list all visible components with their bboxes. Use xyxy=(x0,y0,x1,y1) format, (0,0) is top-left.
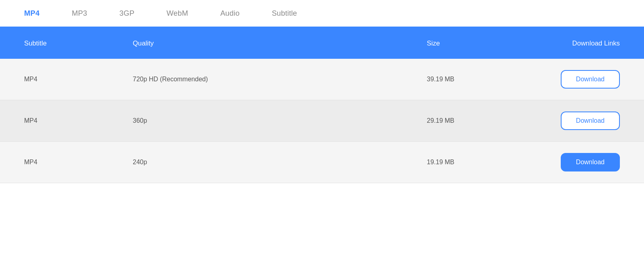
download-button[interactable]: Download xyxy=(561,153,620,171)
table-row: MP4720p HD (Recommended)39.19 MBDownload xyxy=(0,59,644,100)
download-button[interactable]: Download xyxy=(561,112,620,130)
table-header: Subtitle Quality Size Download Links xyxy=(0,28,644,59)
cell-size: 19.19 MB xyxy=(427,159,507,166)
cell-subtitle: MP4 xyxy=(24,76,133,83)
header-subtitle: Subtitle xyxy=(24,39,133,47)
cell-quality: 720p HD (Recommended) xyxy=(133,76,427,83)
header-size: Size xyxy=(427,39,507,47)
table-body: MP4720p HD (Recommended)39.19 MBDownload… xyxy=(0,59,644,183)
table-row: MP4360p29.19 MBDownload xyxy=(0,100,644,142)
tab-subtitle[interactable]: Subtitle xyxy=(256,0,313,27)
cell-download: Download xyxy=(507,70,620,89)
cell-download: Download xyxy=(507,153,620,171)
cell-quality: 240p xyxy=(133,159,427,166)
tab-mp4[interactable]: MP4 xyxy=(8,0,56,27)
cell-quality: 360p xyxy=(133,117,427,124)
cell-download: Download xyxy=(507,112,620,130)
tab-webm[interactable]: WebM xyxy=(150,0,204,27)
tabs-container: MP4MP33GPWebMAudioSubtitle xyxy=(0,0,644,28)
cell-size: 29.19 MB xyxy=(427,117,507,124)
tab-mp3[interactable]: MP3 xyxy=(56,0,103,27)
tab-audio[interactable]: Audio xyxy=(204,0,256,27)
cell-subtitle: MP4 xyxy=(24,159,133,166)
tab-3gp[interactable]: 3GP xyxy=(103,0,150,27)
table-row: MP4240p19.19 MBDownload xyxy=(0,142,644,183)
header-download-links: Download Links xyxy=(507,39,620,47)
cell-subtitle: MP4 xyxy=(24,117,133,124)
header-quality: Quality xyxy=(133,39,427,47)
download-button[interactable]: Download xyxy=(561,70,620,89)
cell-size: 39.19 MB xyxy=(427,76,507,83)
